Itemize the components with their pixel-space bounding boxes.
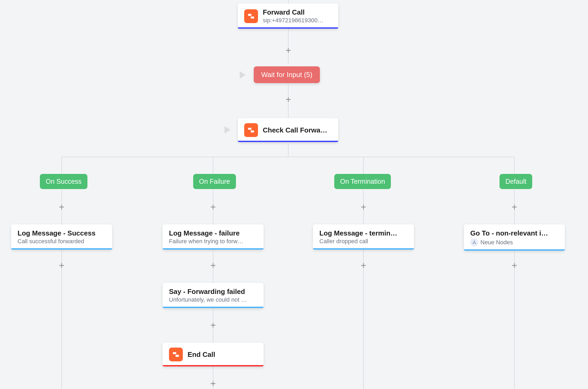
- node-title: Wait for Input (5): [261, 71, 312, 79]
- node-title: Forward Call: [263, 8, 323, 16]
- node-title: Log Message - termin…: [319, 229, 408, 237]
- goto-icon: [470, 238, 478, 246]
- node-title: Log Message - Success: [18, 229, 106, 237]
- connector: [61, 157, 62, 174]
- play-icon[interactable]: [240, 71, 246, 79]
- extension-icon: [244, 123, 258, 137]
- node-subtitle: Unfortunately, we could not …: [169, 296, 257, 303]
- node-log-message-failure[interactable]: Log Message - failure Failure when tryin…: [163, 224, 264, 250]
- node-subtitle: Call successful forwarded: [18, 238, 106, 245]
- flow-canvas[interactable]: Forward Call sip:+4972198619300… + Wait …: [0, 0, 588, 389]
- node-title: Log Message - failure: [169, 229, 257, 237]
- svg-point-2: [475, 243, 476, 244]
- node-accent: [163, 365, 264, 366]
- add-node-button[interactable]: +: [361, 202, 366, 212]
- add-node-button[interactable]: +: [210, 261, 216, 270]
- node-accent: [464, 249, 565, 251]
- connector: [213, 157, 213, 174]
- node-accent: [238, 27, 338, 29]
- node-accent: [238, 141, 338, 142]
- node-check-call-forwarding[interactable]: Check Call Forwa…: [238, 118, 338, 142]
- connector: [288, 143, 289, 157]
- add-node-button[interactable]: +: [210, 202, 216, 212]
- add-node-button[interactable]: +: [511, 261, 517, 270]
- node-subtitle: Caller dropped call: [319, 238, 408, 245]
- add-node-button[interactable]: +: [210, 379, 216, 388]
- add-node-button[interactable]: +: [59, 261, 64, 270]
- node-end-call[interactable]: End Call: [163, 343, 264, 366]
- add-node-button[interactable]: +: [285, 95, 291, 104]
- add-node-button[interactable]: +: [285, 46, 291, 55]
- branch-tag-on-termination[interactable]: On Termination: [334, 174, 391, 189]
- extension-icon: [169, 348, 183, 361]
- svg-point-0: [474, 241, 475, 242]
- node-title: Go To - non-relevant i…: [470, 229, 559, 237]
- branch-tag-on-failure[interactable]: On Failure: [193, 174, 236, 189]
- node-title: Check Call Forwa…: [263, 126, 327, 134]
- add-node-button[interactable]: +: [59, 202, 64, 212]
- node-log-message-termination[interactable]: Log Message - termin… Caller dropped cal…: [313, 224, 414, 250]
- node-log-message-success[interactable]: Log Message - Success Call successful fo…: [11, 224, 112, 250]
- connector: [363, 157, 364, 174]
- play-icon[interactable]: [225, 126, 230, 134]
- connector: [514, 157, 515, 174]
- node-say-forwarding-failed[interactable]: Say - Forwarding failed Unfortunately, w…: [163, 283, 264, 308]
- add-node-button[interactable]: +: [210, 320, 216, 330]
- node-accent: [313, 248, 414, 250]
- node-accent: [163, 307, 264, 308]
- node-subtitle: Neue Nodes: [480, 239, 513, 246]
- node-subtitle: Failure when trying to forw…: [169, 238, 257, 245]
- node-accent: [163, 248, 264, 250]
- add-node-button[interactable]: +: [511, 202, 517, 212]
- branch-tag-default[interactable]: Default: [500, 174, 532, 189]
- node-wait-for-input[interactable]: Wait for Input (5): [254, 66, 320, 83]
- connector: [62, 157, 514, 157]
- branch-tag-on-success[interactable]: On Success: [40, 174, 87, 189]
- connector: [288, 0, 289, 3]
- extension-icon: [244, 9, 258, 23]
- node-accent: [11, 248, 112, 250]
- node-forward-call[interactable]: Forward Call sip:+4972198619300…: [238, 3, 338, 29]
- node-subtitle: sip:+4972198619300…: [263, 17, 323, 24]
- svg-point-1: [473, 243, 474, 244]
- node-go-to[interactable]: Go To - non-relevant i… Neue Nodes: [464, 224, 565, 251]
- node-title: End Call: [188, 350, 215, 359]
- add-node-button[interactable]: +: [361, 261, 366, 270]
- node-title: Say - Forwarding failed: [169, 288, 257, 296]
